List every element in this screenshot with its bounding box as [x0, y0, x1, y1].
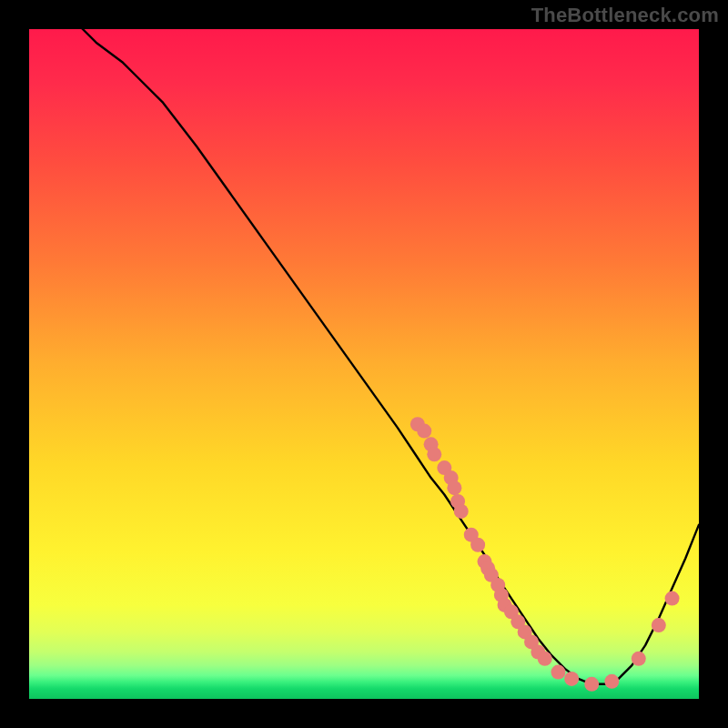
- marker-dot: [417, 424, 431, 439]
- marker-dot: [604, 674, 619, 689]
- marker-dot: [584, 677, 599, 692]
- marker-dot: [454, 504, 469, 519]
- marker-dot: [470, 538, 485, 552]
- app-frame: TheBottleneck.com: [0, 0, 728, 728]
- marker-dot: [447, 480, 461, 495]
- marker-dot: [538, 652, 552, 666]
- chart-background: [29, 29, 699, 699]
- chart-svg: [29, 29, 699, 699]
- watermark-text: TheBottleneck.com: [531, 4, 719, 27]
- chart-plot: [29, 29, 699, 699]
- marker-dot: [652, 618, 666, 632]
- marker-dot: [665, 592, 680, 606]
- marker-dot: [427, 447, 441, 461]
- marker-dot: [551, 665, 565, 680]
- marker-dot: [564, 672, 579, 686]
- marker-dot: [632, 652, 646, 666]
